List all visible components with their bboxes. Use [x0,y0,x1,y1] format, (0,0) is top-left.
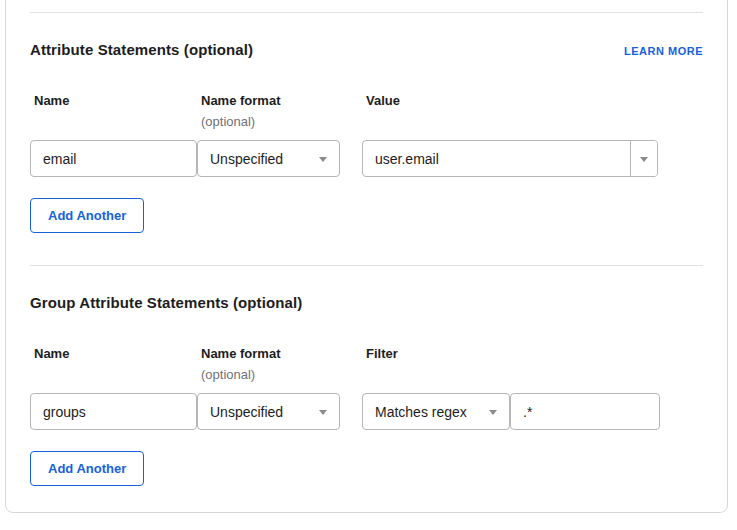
group-filter-type-select[interactable]: Matches regex [362,393,510,430]
group-attribute-statements-header: Group Attribute Statements (optional) [30,294,703,311]
group-attribute-name-input[interactable] [30,393,197,430]
attribute-statements-labels: Name Name format (optional) Value [30,93,703,140]
attribute-statement-row: Unspecified [30,140,703,177]
name-label: Name [34,93,197,108]
attribute-value-dropdown-button[interactable] [630,141,657,176]
attribute-name-input[interactable] [30,140,197,177]
group-filter-type-value: Matches regex [375,404,467,420]
attribute-name-format-value: Unspecified [210,151,283,167]
learn-more-link[interactable]: LEARN MORE [624,45,703,57]
group-filter-value-input[interactable] [510,393,660,430]
name-label-col: Name [30,93,197,140]
chevron-down-icon [319,410,327,415]
group-name-format-select[interactable]: Unspecified [197,393,340,430]
group-attribute-statements-heading: Group Attribute Statements (optional) [30,294,302,311]
saml-settings-card: Attribute Statements (optional) LEARN MO… [5,0,728,513]
value-label: Value [366,93,400,108]
attribute-value-input[interactable] [363,141,630,176]
add-another-group-attribute-button[interactable]: Add Another [30,451,144,486]
name-format-label: Name format [201,93,340,108]
add-another-attribute-button[interactable]: Add Another [30,198,144,233]
group-name-format-label: Name format [201,346,340,361]
group-name-format-optional-label: (optional) [201,367,340,382]
attribute-name-format-select[interactable]: Unspecified [197,140,340,177]
value-label-col: Value [362,93,400,140]
chevron-down-icon [489,410,497,415]
section-divider [30,12,703,13]
group-name-label: Name [34,346,197,361]
page-viewport: Attribute Statements (optional) LEARN MO… [0,0,737,530]
section-divider [30,265,703,266]
group-attribute-statements-labels: Name Name format (optional) Filter [30,346,703,393]
chevron-down-icon [319,157,327,162]
attribute-value-combobox [362,140,658,177]
attribute-statements-heading: Attribute Statements (optional) [30,41,253,58]
attribute-statements-header: Attribute Statements (optional) LEARN MO… [30,41,703,58]
name-format-optional-label: (optional) [201,114,340,129]
chevron-down-icon [640,157,648,162]
filter-label: Filter [366,346,398,361]
filter-label-col: Filter [362,346,398,393]
group-attribute-statement-row: Unspecified Matches regex [30,393,703,430]
name-format-label-col: Name format (optional) [197,93,340,140]
group-name-format-label-col: Name format (optional) [197,346,340,393]
group-name-label-col: Name [30,346,197,393]
group-name-format-value: Unspecified [210,404,283,420]
